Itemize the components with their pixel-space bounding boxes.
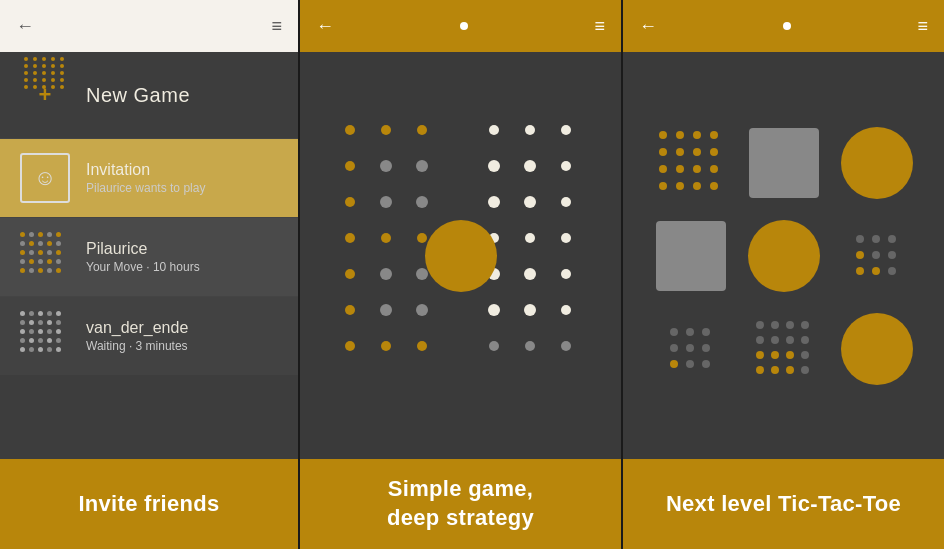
panel2-caption-bar: Simple game,deep strategy xyxy=(300,459,621,549)
panel3-caption-text: Next level Tic-Tac-Toe xyxy=(666,490,901,519)
pilaurice-text: Pilaurice Your Move · 10 hours xyxy=(86,240,200,274)
van-der-ende-title: van_der_ende xyxy=(86,319,188,337)
van-der-ende-avatar xyxy=(20,311,70,361)
ttt-cell-1-2 xyxy=(834,213,919,298)
panel-game-board: ← ≡ xyxy=(298,0,621,549)
van-der-ende-text: van_der_ende Waiting · 3 minutes xyxy=(86,319,188,353)
van-der-ende-row[interactable]: van_der_ende Waiting · 3 minutes xyxy=(0,296,298,375)
smile-icon: ☺ xyxy=(34,165,56,191)
pilaurice-subtitle: Your Move · 10 hours xyxy=(86,260,200,274)
panel1-caption-text: Invite friends xyxy=(78,490,219,519)
invitation-avatar: ☺ xyxy=(20,153,70,203)
menu-icon-panel1[interactable]: ≡ xyxy=(271,16,282,37)
dot-indicator-panel3 xyxy=(783,22,791,30)
ttt-board xyxy=(648,120,919,391)
invitation-subtitle: Pilaurice wants to play xyxy=(86,181,205,195)
gold-circle-ttt-2 xyxy=(748,220,820,292)
panel-ttt: ← ≡ xyxy=(621,0,944,549)
back-icon-panel3[interactable]: ← xyxy=(639,16,657,37)
game-board-area xyxy=(336,116,586,396)
panel1-content: + New Game ☺ Invitation Pilaurice wants … xyxy=(0,52,298,459)
ttt-cell-1-1 xyxy=(741,213,826,298)
back-icon-panel1[interactable]: ← xyxy=(16,16,34,37)
gold-circle-ttt-3 xyxy=(841,313,913,385)
van-der-ende-subtitle: Waiting · 3 minutes xyxy=(86,339,188,353)
ttt-cell-2-0 xyxy=(648,306,733,391)
pilaurice-avatar xyxy=(20,232,70,282)
invitation-row[interactable]: ☺ Invitation Pilaurice wants to play xyxy=(0,138,298,217)
gold-circle-ttt xyxy=(841,127,913,199)
ttt-cell-0-1 xyxy=(741,120,826,205)
pilaurice-row[interactable]: Pilaurice Your Move · 10 hours xyxy=(0,217,298,296)
ttt-cell-1-0 xyxy=(648,213,733,298)
ttt-cell-2-1 xyxy=(741,306,826,391)
large-gold-circle xyxy=(425,220,497,292)
menu-icon-panel2[interactable]: ≡ xyxy=(594,16,605,37)
pilaurice-title: Pilaurice xyxy=(86,240,200,258)
new-game-row[interactable]: + New Game xyxy=(0,52,298,138)
ttt-cell-2-2 xyxy=(834,306,919,391)
back-icon-panel2[interactable]: ← xyxy=(316,16,334,37)
panel1-caption-bar: Invite friends xyxy=(0,459,298,549)
gray-square-2 xyxy=(656,221,726,291)
new-game-label: New Game xyxy=(86,84,190,107)
new-game-icon: + xyxy=(20,70,70,120)
top-bar-panel1: ← ≡ xyxy=(0,0,298,52)
panel3-caption-bar: Next level Tic-Tac-Toe xyxy=(623,459,944,549)
menu-icon-panel3[interactable]: ≡ xyxy=(917,16,928,37)
panel3-content xyxy=(623,52,944,459)
dot-indicator-panel2 xyxy=(460,22,468,30)
panel2-caption-text: Simple game,deep strategy xyxy=(387,475,534,532)
invitation-text: Invitation Pilaurice wants to play xyxy=(86,161,205,195)
invitation-title: Invitation xyxy=(86,161,205,179)
plus-icon: + xyxy=(39,84,52,106)
gray-square xyxy=(749,128,819,198)
ttt-cell-0-2 xyxy=(834,120,919,205)
panel-invite-friends: ← ≡ + New Game ☺ xyxy=(0,0,298,549)
ttt-cell-0-0 xyxy=(648,120,733,205)
top-bar-panel2: ← ≡ xyxy=(300,0,621,52)
panel2-content xyxy=(300,52,621,459)
top-bar-panel3: ← ≡ xyxy=(623,0,944,52)
